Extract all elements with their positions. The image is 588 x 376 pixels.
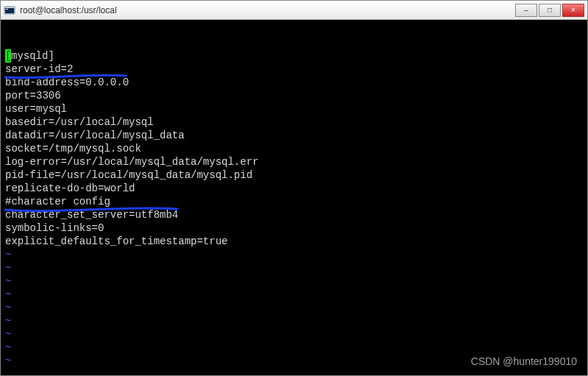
vim-empty-line: ~	[5, 314, 583, 327]
vim-status-line: "/etc/my.cnf" 15L, 347C	[5, 375, 583, 375]
close-button[interactable]: ×	[562, 4, 584, 17]
file-line: server-id=2	[5, 63, 583, 76]
file-line: socket=/tmp/mysql.sock	[5, 142, 583, 155]
file-line: basedir=/usr/local/mysql	[5, 116, 583, 129]
terminal-area[interactable]: [mysqld]server-id=2bind-address=0.0.0.0p…	[1, 20, 587, 375]
file-line: #character config	[5, 195, 583, 208]
terminal-text: [mysqld]server-id=2bind-address=0.0.0.0p…	[5, 49, 583, 375]
file-line: [mysqld]	[5, 49, 583, 63]
vim-empty-line: ~	[5, 327, 583, 341]
vim-empty-line: ~	[5, 261, 583, 274]
vim-empty-line: ~	[5, 341, 583, 354]
putty-window: root@localhost:/usr/local – □ × [mysqld]…	[0, 0, 588, 376]
file-line: log-error=/usr/local/mysql_data/mysql.er…	[5, 155, 583, 169]
file-line: character_set_server=utf8mb4	[5, 208, 583, 221]
file-line: symbolic-links=0	[5, 221, 583, 235]
vim-empty-line: ~	[5, 288, 583, 301]
titlebar[interactable]: root@localhost:/usr/local – □ ×	[1, 1, 587, 20]
cursor: [	[5, 49, 11, 63]
file-line: pid-file=/usr/local/mysql_data/mysql.pid	[5, 169, 583, 182]
file-line: datadir=/usr/local/mysql_data	[5, 129, 583, 142]
svg-rect-2	[6, 9, 8, 10]
vim-empty-line: ~	[5, 248, 583, 261]
terminal-icon	[4, 4, 15, 16]
vim-empty-line: ~	[5, 274, 583, 288]
maximize-button[interactable]: □	[539, 4, 561, 17]
file-line: explicit_defaults_for_timestamp=true	[5, 235, 583, 248]
file-line: port=3306	[5, 89, 583, 102]
window-controls: – □ ×	[514, 4, 584, 17]
vim-empty-line: ~	[5, 354, 583, 367]
file-line: bind-address=0.0.0.0	[5, 76, 583, 89]
window-title: root@localhost:/usr/local	[20, 5, 514, 15]
file-line: replicate-do-db=world	[5, 182, 583, 195]
file-line: user=mysql	[5, 102, 583, 116]
minimize-button[interactable]: –	[515, 4, 537, 17]
vim-empty-line: ~	[5, 301, 583, 314]
